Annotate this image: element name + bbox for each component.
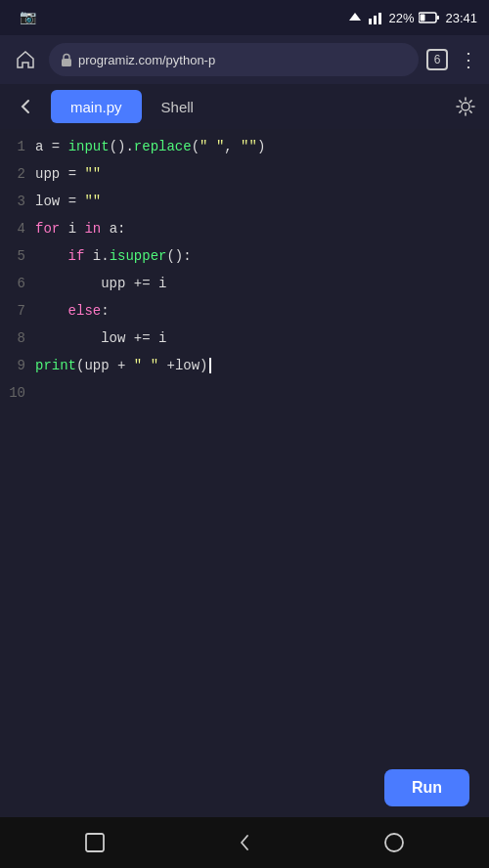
svg-rect-7 <box>62 59 71 66</box>
battery-icon <box>419 12 440 23</box>
bottom-nav <box>0 817 489 868</box>
status-bar: 📷 22% 23:41 <box>0 0 489 35</box>
svg-rect-1 <box>369 19 372 24</box>
signal-icon <box>347 11 363 24</box>
svg-point-8 <box>462 103 469 110</box>
svg-line-15 <box>469 101 471 103</box>
svg-line-13 <box>460 101 462 103</box>
line-content: low += i <box>35 326 489 351</box>
status-icons: 22% 23:41 <box>347 11 477 25</box>
tab-count-badge[interactable]: 6 <box>426 49 448 70</box>
run-button[interactable]: Run <box>384 769 469 806</box>
url-text: programiz.com/python-p <box>78 53 407 67</box>
line-content: if i.isupper(): <box>35 243 489 269</box>
line-number: 5 <box>0 243 35 269</box>
address-bar: programiz.com/python-p 6 ⋮ <box>0 35 489 84</box>
line-number: 7 <box>0 298 35 324</box>
tab-shell[interactable]: Shell <box>142 90 213 123</box>
recent-apps-button[interactable] <box>75 823 114 862</box>
svg-marker-0 <box>349 13 361 21</box>
svg-rect-6 <box>421 15 425 22</box>
line-number: 6 <box>0 271 35 296</box>
menu-button[interactable]: ⋮ <box>456 48 479 72</box>
code-line: 5 if i.isupper(): <box>0 242 489 270</box>
line-number: 2 <box>0 161 35 187</box>
code-line: 4for i in a: <box>0 215 489 242</box>
code-editor[interactable]: 1a = input().replace(" ", "")2upp = ""3l… <box>0 129 489 759</box>
code-line: 6 upp += i <box>0 270 489 297</box>
line-content: else: <box>35 298 489 324</box>
svg-rect-3 <box>378 13 381 24</box>
code-line: 1a = input().replace(" ", "") <box>0 133 489 160</box>
brightness-button[interactable] <box>450 96 481 117</box>
svg-line-14 <box>469 110 471 112</box>
code-line: 7 else: <box>0 297 489 325</box>
line-content: print(upp + " " +low) <box>35 353 489 378</box>
url-bar[interactable]: programiz.com/python-p <box>49 43 419 76</box>
line-content: low = "" <box>35 189 489 214</box>
code-line: 3low = "" <box>0 188 489 215</box>
line-content: for i in a: <box>35 216 489 241</box>
code-line: 8 low += i <box>0 325 489 352</box>
home-nav-button[interactable] <box>375 823 414 862</box>
line-number: 4 <box>0 216 35 241</box>
svg-point-18 <box>385 834 403 851</box>
code-line: 9print(upp + " " +low) <box>0 352 489 379</box>
line-content: a = input().replace(" ", "") <box>35 134 489 159</box>
code-line: 2upp = "" <box>0 160 489 188</box>
lock-icon <box>61 53 72 66</box>
svg-line-16 <box>460 110 462 112</box>
status-left: 📷 <box>12 9 341 26</box>
mobile-signal-icon <box>368 11 383 24</box>
back-nav-button[interactable] <box>225 823 264 862</box>
run-area: Run <box>0 759 489 817</box>
battery-percent: 22% <box>388 11 414 25</box>
line-number: 10 <box>0 380 35 406</box>
line-number: 3 <box>0 189 35 214</box>
back-button[interactable] <box>8 96 43 117</box>
svg-rect-17 <box>86 834 104 851</box>
tab-main-py[interactable]: main.py <box>51 90 142 123</box>
svg-rect-2 <box>374 16 377 24</box>
line-number: 8 <box>0 326 35 351</box>
svg-rect-5 <box>437 16 440 20</box>
line-number: 1 <box>0 134 35 159</box>
code-line: 10 <box>0 379 489 407</box>
line-content: upp += i <box>35 271 489 296</box>
status-time: 23:41 <box>445 11 477 25</box>
line-content: upp = "" <box>35 161 489 187</box>
tab-bar: main.py Shell <box>0 84 489 129</box>
line-number: 9 <box>0 353 35 378</box>
home-button[interactable] <box>10 49 41 70</box>
